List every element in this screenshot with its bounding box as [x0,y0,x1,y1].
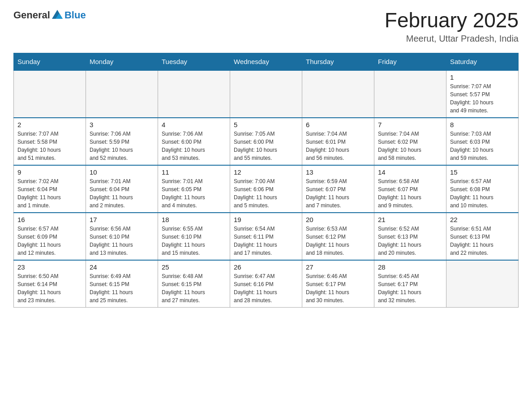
logo-triangle-icon [51,9,64,21]
calendar-cell [374,70,446,118]
day-info: Sunrise: 6:45 AMSunset: 6:17 PMDaylight:… [378,272,442,304]
day-info: Sunrise: 6:52 AMSunset: 6:13 PMDaylight:… [378,225,442,257]
day-number: 11 [162,168,226,176]
calendar-cell: 27Sunrise: 6:46 AMSunset: 6:17 PMDayligh… [302,260,374,308]
calendar-cell [230,70,302,118]
calendar-cell: 12Sunrise: 7:00 AMSunset: 6:06 PMDayligh… [230,165,302,213]
title-block: February 2025 Meerut, Uttar Pradesh, Ind… [385,9,519,44]
calendar-cell: 4Sunrise: 7:06 AMSunset: 6:00 PMDaylight… [158,118,230,165]
weekday-header-thursday: Thursday [302,53,374,70]
day-number: 26 [234,263,298,271]
day-info: Sunrise: 7:04 AMSunset: 6:01 PMDaylight:… [306,130,370,162]
calendar-cell [86,70,158,118]
day-info: Sunrise: 7:07 AMSunset: 5:57 PMDaylight:… [450,82,515,115]
logo-text-general: General [13,9,50,21]
day-info: Sunrise: 7:02 AMSunset: 6:04 PMDaylight:… [17,177,82,210]
day-info: Sunrise: 6:57 AMSunset: 6:08 PMDaylight:… [450,177,515,210]
calendar-cell: 6Sunrise: 7:04 AMSunset: 6:01 PMDaylight… [302,118,374,165]
day-number: 6 [306,121,370,128]
day-number: 13 [306,168,370,176]
day-info: Sunrise: 7:01 AMSunset: 6:04 PMDaylight:… [90,177,154,210]
day-number: 19 [234,216,298,223]
location-title: Meerut, Uttar Pradesh, India [385,34,519,44]
day-info: Sunrise: 7:03 AMSunset: 6:03 PMDaylight:… [450,130,515,162]
calendar-cell: 23Sunrise: 6:50 AMSunset: 6:14 PMDayligh… [14,260,86,308]
day-number: 12 [234,168,298,176]
calendar-week-row: 1Sunrise: 7:07 AMSunset: 5:57 PMDaylight… [14,70,519,118]
day-number: 23 [17,263,82,271]
weekday-header-sunday: Sunday [14,53,86,70]
day-number: 4 [162,121,226,128]
day-info: Sunrise: 6:51 AMSunset: 6:13 PMDaylight:… [450,225,515,257]
calendar-cell: 13Sunrise: 6:59 AMSunset: 6:07 PMDayligh… [302,165,374,213]
logo: General Blue [13,9,86,21]
day-number: 18 [162,216,226,223]
day-info: Sunrise: 6:48 AMSunset: 6:15 PMDaylight:… [162,272,226,304]
weekday-header-tuesday: Tuesday [158,53,230,70]
weekday-header-wednesday: Wednesday [230,53,302,70]
calendar-cell: 17Sunrise: 6:56 AMSunset: 6:10 PMDayligh… [86,213,158,260]
calendar-cell: 26Sunrise: 6:47 AMSunset: 6:16 PMDayligh… [230,260,302,308]
day-number: 16 [17,216,82,223]
day-number: 1 [450,73,515,81]
day-info: Sunrise: 6:58 AMSunset: 6:07 PMDaylight:… [378,177,442,210]
day-number: 3 [90,121,154,128]
calendar-cell: 19Sunrise: 6:54 AMSunset: 6:11 PMDayligh… [230,213,302,260]
day-number: 22 [450,216,515,223]
calendar-cell [14,70,86,118]
day-number: 25 [162,263,226,271]
day-number: 24 [90,263,154,271]
day-info: Sunrise: 7:01 AMSunset: 6:05 PMDaylight:… [162,177,226,210]
day-number: 27 [306,263,370,271]
day-number: 2 [17,121,82,128]
day-number: 15 [450,168,515,176]
day-number: 28 [378,263,442,271]
day-number: 10 [90,168,154,176]
calendar-cell: 21Sunrise: 6:52 AMSunset: 6:13 PMDayligh… [374,213,446,260]
day-number: 8 [450,121,515,128]
day-number: 5 [234,121,298,128]
weekday-header-monday: Monday [86,53,158,70]
day-number: 21 [378,216,442,223]
calendar-cell: 25Sunrise: 6:48 AMSunset: 6:15 PMDayligh… [158,260,230,308]
calendar-cell: 3Sunrise: 7:06 AMSunset: 5:59 PMDaylight… [86,118,158,165]
calendar-cell: 11Sunrise: 7:01 AMSunset: 6:05 PMDayligh… [158,165,230,213]
day-info: Sunrise: 7:06 AMSunset: 6:00 PMDaylight:… [162,130,226,162]
calendar-cell: 8Sunrise: 7:03 AMSunset: 6:03 PMDaylight… [446,118,519,165]
day-info: Sunrise: 6:54 AMSunset: 6:11 PMDaylight:… [234,225,298,257]
calendar-table: SundayMondayTuesdayWednesdayThursdayFrid… [13,53,519,308]
day-info: Sunrise: 7:07 AMSunset: 5:58 PMDaylight:… [17,130,82,162]
calendar-cell: 5Sunrise: 7:05 AMSunset: 6:00 PMDaylight… [230,118,302,165]
day-info: Sunrise: 7:00 AMSunset: 6:06 PMDaylight:… [234,177,298,210]
day-info: Sunrise: 7:05 AMSunset: 6:00 PMDaylight:… [234,130,298,162]
calendar-week-row: 16Sunrise: 6:57 AMSunset: 6:09 PMDayligh… [14,213,519,260]
calendar-cell: 22Sunrise: 6:51 AMSunset: 6:13 PMDayligh… [446,213,519,260]
day-number: 17 [90,216,154,223]
weekday-header-saturday: Saturday [446,53,519,70]
calendar-cell: 28Sunrise: 6:45 AMSunset: 6:17 PMDayligh… [374,260,446,308]
day-info: Sunrise: 6:47 AMSunset: 6:16 PMDaylight:… [234,272,298,304]
day-info: Sunrise: 6:57 AMSunset: 6:09 PMDaylight:… [17,225,82,257]
day-info: Sunrise: 6:53 AMSunset: 6:12 PMDaylight:… [306,225,370,257]
day-info: Sunrise: 7:06 AMSunset: 5:59 PMDaylight:… [90,130,154,162]
weekday-header-friday: Friday [374,53,446,70]
day-info: Sunrise: 6:46 AMSunset: 6:17 PMDaylight:… [306,272,370,304]
day-info: Sunrise: 6:59 AMSunset: 6:07 PMDaylight:… [306,177,370,210]
calendar-cell: 15Sunrise: 6:57 AMSunset: 6:08 PMDayligh… [446,165,519,213]
calendar-cell: 14Sunrise: 6:58 AMSunset: 6:07 PMDayligh… [374,165,446,213]
logo-text-blue: Blue [64,9,86,21]
calendar-week-row: 2Sunrise: 7:07 AMSunset: 5:58 PMDaylight… [14,118,519,165]
calendar-cell: 7Sunrise: 7:04 AMSunset: 6:02 PMDaylight… [374,118,446,165]
day-info: Sunrise: 6:56 AMSunset: 6:10 PMDaylight:… [90,225,154,257]
day-number: 7 [378,121,442,128]
day-info: Sunrise: 7:04 AMSunset: 6:02 PMDaylight:… [378,130,442,162]
calendar-cell [302,70,374,118]
calendar-cell: 1Sunrise: 7:07 AMSunset: 5:57 PMDaylight… [446,70,519,118]
month-title: February 2025 [385,9,519,32]
calendar-cell: 16Sunrise: 6:57 AMSunset: 6:09 PMDayligh… [14,213,86,260]
calendar-week-row: 23Sunrise: 6:50 AMSunset: 6:14 PMDayligh… [14,260,519,308]
day-info: Sunrise: 6:50 AMSunset: 6:14 PMDaylight:… [17,272,82,304]
weekday-header-row: SundayMondayTuesdayWednesdayThursdayFrid… [14,53,519,70]
day-number: 20 [306,216,370,223]
calendar-cell: 9Sunrise: 7:02 AMSunset: 6:04 PMDaylight… [14,165,86,213]
